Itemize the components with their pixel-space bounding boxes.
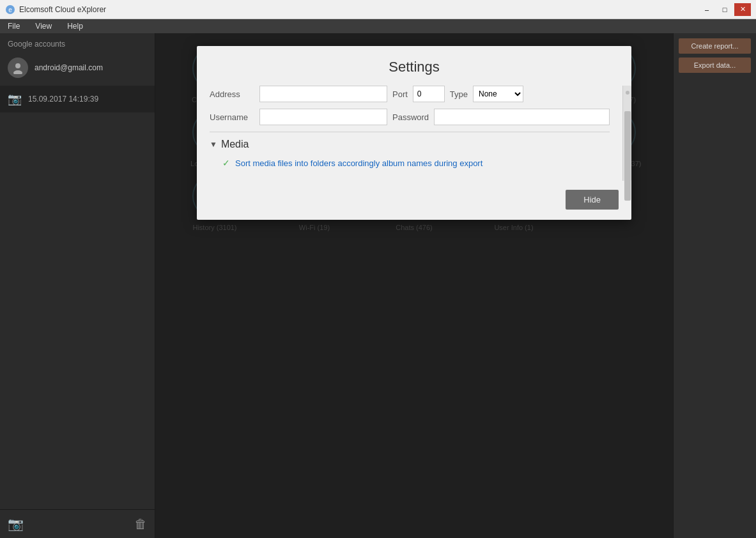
- address-input[interactable]: [259, 86, 387, 102]
- close-button[interactable]: ✕: [734, 3, 751, 16]
- sidebar: Google accounts android@gmail.com 📷 15.0…: [0, 33, 155, 538]
- snapshot-date: 15.09.2017 14:19:39: [28, 95, 98, 104]
- sidebar-snapshot[interactable]: 📷 15.09.2017 14:19:39: [0, 86, 155, 112]
- menu-help[interactable]: Help: [62, 20, 88, 32]
- menu-bar: File View Help: [0, 19, 756, 33]
- window-title: Elcomsoft Cloud eXplorer: [19, 5, 106, 14]
- app-icon: e: [5, 4, 15, 15]
- window-controls: – □ ✕: [698, 3, 751, 16]
- svg-point-2: [15, 63, 20, 68]
- avatar: [8, 58, 28, 78]
- settings-content: Address Port Type None HTTP SOCKS4 SOCKS…: [197, 86, 622, 181]
- sidebar-bottom: 📷 🗑: [0, 509, 155, 538]
- svg-text:e: e: [8, 6, 12, 13]
- title-bar-left: e Elcomsoft Cloud eXplorer: [5, 4, 106, 15]
- right-panel: Create report... Export data...: [673, 33, 756, 538]
- scrollbar[interactable]: [622, 86, 631, 181]
- sidebar-title: Google accounts: [0, 33, 155, 52]
- username-label: Username: [210, 112, 254, 122]
- delete-icon[interactable]: 🗑: [134, 517, 147, 532]
- add-snapshot-icon[interactable]: 📷: [8, 516, 24, 532]
- content-area: Contacts (159) 31 Calendars (1268): [155, 33, 673, 538]
- media-section-header[interactable]: ▼ Media: [210, 139, 610, 150]
- address-label: Address: [210, 89, 254, 99]
- settings-footer: Hide: [197, 181, 631, 220]
- scrollbar-dot-top: [626, 91, 629, 95]
- media-arrow-icon: ▼: [210, 140, 217, 149]
- username-input[interactable]: [259, 109, 387, 125]
- settings-title: Settings: [197, 46, 631, 86]
- type-select[interactable]: None HTTP SOCKS4 SOCKS5: [473, 86, 523, 102]
- export-data-button[interactable]: Export data...: [679, 58, 751, 73]
- check-icon: ✓: [222, 158, 230, 168]
- port-input[interactable]: [413, 86, 445, 102]
- scrollbar-dot-bottom: [626, 151, 629, 155]
- create-report-button[interactable]: Create report...: [679, 38, 751, 54]
- title-bar: e Elcomsoft Cloud eXplorer – □ ✕: [0, 0, 756, 19]
- minimize-button[interactable]: –: [698, 3, 715, 16]
- settings-body: Address Port Type None HTTP SOCKS4 SOCKS…: [197, 86, 631, 181]
- media-section-title: Media: [221, 139, 249, 150]
- menu-view[interactable]: View: [30, 20, 57, 32]
- password-input[interactable]: [434, 109, 610, 125]
- maximize-button[interactable]: □: [716, 3, 733, 16]
- modal-overlay: Settings Address Port Type None H: [155, 33, 673, 538]
- proxy-address-row: Address Port Type None HTTP SOCKS4 SOCKS…: [210, 86, 610, 102]
- hide-button[interactable]: Hide: [566, 190, 619, 210]
- sidebar-account[interactable]: android@gmail.com: [0, 52, 155, 83]
- menu-file[interactable]: File: [3, 20, 25, 32]
- password-label: Password: [392, 112, 429, 122]
- media-checkbox-row: ✓ Sort media files into folders accordin…: [210, 158, 610, 168]
- main-layout: Google accounts android@gmail.com 📷 15.0…: [0, 33, 756, 538]
- camera-icon: 📷: [8, 92, 22, 106]
- svg-point-3: [13, 70, 22, 74]
- settings-dialog: Settings Address Port Type None H: [197, 46, 631, 220]
- divider: [210, 132, 610, 132]
- account-email: android@gmail.com: [35, 63, 103, 72]
- port-label: Port: [392, 89, 408, 99]
- proxy-username-row: Username Password: [210, 109, 610, 125]
- scrollbar-thumb[interactable]: [624, 111, 631, 201]
- media-checkbox-label[interactable]: Sort media files into folders accordingl…: [235, 158, 482, 168]
- type-label: Type: [450, 89, 468, 99]
